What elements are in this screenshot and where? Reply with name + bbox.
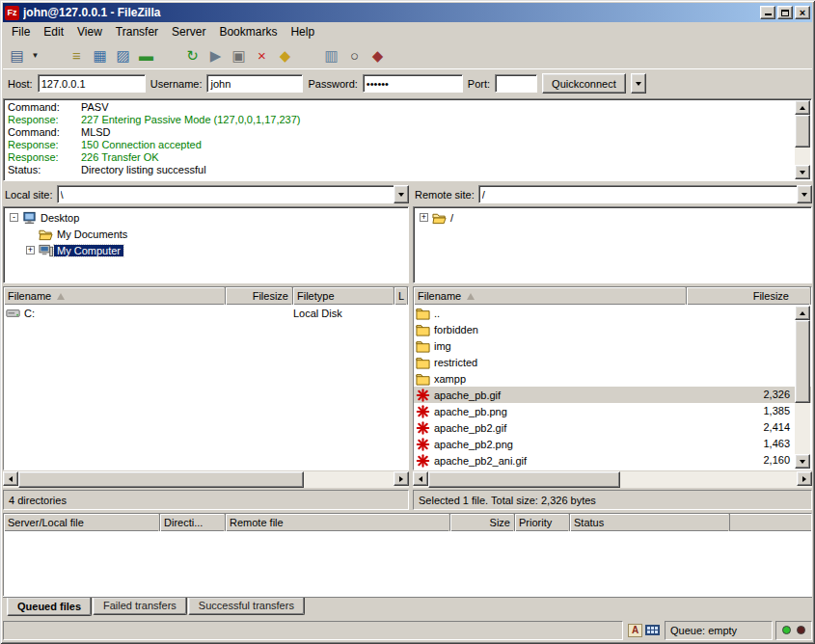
local-site-combo (57, 185, 409, 203)
local-site-input[interactable] (57, 185, 394, 203)
toggle-message-log-button[interactable]: ≡ (66, 45, 88, 67)
menu-item[interactable]: File (5, 23, 37, 41)
queue-body[interactable] (4, 531, 811, 596)
toolbar-separator[interactable] (297, 45, 319, 67)
remote-file-row[interactable]: restricted (414, 354, 811, 370)
toolbar-separator[interactable] (42, 45, 65, 67)
remote-file-row[interactable]: xampp (414, 370, 811, 387)
local-horizontal-scrollbar[interactable] (3, 471, 409, 488)
queue-tab[interactable]: Failed transfers (93, 598, 187, 615)
remote-file-row[interactable]: apache_pb.gif 2,326 (414, 387, 811, 403)
host-input[interactable] (38, 74, 146, 93)
window-controls: × (760, 6, 810, 19)
preview-button[interactable]: ▣ (228, 45, 250, 67)
titlebar[interactable]: Fz john@127.0.0.1 - FileZilla × (3, 3, 812, 22)
column-header[interactable]: Filesize (226, 287, 293, 305)
tree-expander-icon[interactable]: + (420, 213, 428, 222)
menu-item[interactable]: Help (284, 23, 321, 41)
column-header[interactable]: Filename (414, 287, 687, 305)
toggle-remote-tree-button[interactable]: ▨ (112, 45, 134, 67)
local-site-dropdown-button[interactable] (394, 185, 409, 203)
scrollbar-thumb[interactable] (18, 471, 304, 488)
tree-item[interactable]: + / (414, 209, 811, 226)
quickconnect-button[interactable]: Quickconnect (542, 73, 626, 94)
toolbar-separator[interactable] (158, 45, 180, 67)
menu-item[interactable]: Bookmarks (212, 23, 284, 41)
column-header[interactable]: Status (570, 514, 730, 531)
menu-item[interactable]: Edit (37, 23, 70, 41)
remote-list-scrollbar[interactable] (795, 306, 810, 469)
scroll-up-button[interactable] (795, 306, 810, 320)
site-manager-button[interactable]: ▤ (6, 45, 28, 67)
remote-site-input[interactable] (478, 185, 797, 203)
scrollbar-thumb[interactable] (428, 471, 620, 488)
compare-directories-button[interactable]: ▥ (320, 45, 342, 67)
process-queue-button[interactable]: ▶ (204, 45, 227, 67)
menu-item[interactable]: View (70, 23, 109, 41)
filezilla-window: Fz john@127.0.0.1 - FileZilla × File Edi… (0, 0, 815, 644)
queue-tab[interactable]: Queued files (7, 598, 92, 616)
scroll-left-button[interactable] (413, 471, 428, 486)
remote-file-row[interactable]: apache_pb2_ani.gif 2,160 (414, 452, 811, 469)
scroll-right-button[interactable] (394, 471, 409, 486)
transfer-type-indicator-icon[interactable]: A (628, 624, 642, 637)
port-input[interactable] (495, 74, 537, 93)
message-log: Command: PASV Response: 227 Entering Pas… (3, 98, 812, 181)
synchronized-browsing-button[interactable]: ◆ (367, 45, 389, 67)
column-header[interactable]: Remote file (226, 514, 450, 531)
tree-item[interactable]: My Documents (4, 226, 408, 242)
remote-site-dropdown-button[interactable] (797, 185, 812, 203)
menu-item[interactable]: Transfer (109, 23, 165, 41)
column-header[interactable]: Filesize (687, 287, 811, 305)
filter-button[interactable]: ◆ (274, 45, 296, 67)
column-header[interactable]: L (394, 287, 408, 305)
remote-file-row[interactable]: apache_pb.png 1,385 (414, 403, 811, 419)
scroll-down-button[interactable] (795, 454, 810, 469)
toggle-queue-button[interactable]: ▬ (135, 45, 157, 67)
remote-file-row[interactable]: forbidden (414, 321, 811, 337)
column-header[interactable]: Directi... (160, 514, 226, 531)
refresh-button[interactable]: ↻ (181, 45, 204, 67)
tree-item[interactable]: - Desktop (4, 209, 408, 226)
remote-horizontal-scrollbar[interactable] (413, 471, 812, 488)
toggle-local-tree-button[interactable]: ▦ (89, 45, 111, 67)
quickconnect-dropdown-button[interactable] (631, 73, 646, 94)
menu-item[interactable]: Server (165, 23, 212, 41)
keypad-icon[interactable] (645, 625, 660, 635)
scrollbar-thumb[interactable] (795, 320, 810, 403)
tree-item[interactable]: + My Computer (4, 242, 408, 258)
scroll-up-button[interactable] (795, 100, 810, 115)
remote-file-row[interactable]: apache_pb2.gif 2,414 (414, 419, 811, 436)
maximize-button[interactable] (777, 6, 793, 19)
column-header[interactable]: Priority (515, 514, 570, 531)
log-scrollbar[interactable] (795, 100, 810, 179)
minimize-icon (765, 13, 772, 15)
log-line: Response: 150 Connection accepted (8, 139, 792, 151)
column-header[interactable]: Size (450, 514, 515, 531)
find-files-button[interactable]: ○ (343, 45, 366, 67)
scrollbar-thumb[interactable] (795, 115, 810, 148)
tree-expander-icon[interactable]: - (10, 213, 18, 222)
maximize-icon (781, 10, 789, 16)
scroll-left-button[interactable] (3, 471, 18, 486)
remote-file-row[interactable]: .. (414, 305, 811, 321)
scroll-down-button[interactable] (795, 165, 810, 179)
password-input[interactable] (363, 74, 463, 93)
remote-file-row[interactable]: apache_pb2.png 1,463 (414, 436, 811, 452)
username-input[interactable] (206, 74, 303, 93)
scroll-right-button[interactable] (797, 471, 812, 486)
abort-button[interactable]: × (251, 45, 273, 67)
close-button[interactable]: × (795, 6, 810, 19)
minimize-button[interactable] (760, 6, 775, 19)
remote-file-row[interactable]: img (414, 337, 811, 354)
column-header[interactable]: Filename (4, 287, 226, 305)
column-header[interactable]: Server/Local file (4, 514, 160, 531)
local-file-row[interactable]: C: Local Disk (4, 305, 408, 321)
tree-expander-icon[interactable]: + (26, 246, 35, 255)
remote-file-rows: .. forbidden (414, 305, 811, 469)
column-header[interactable]: Filetype (293, 287, 394, 305)
queue-tab[interactable]: Successful transfers (188, 598, 305, 615)
remote-directory-tree: + / (413, 206, 812, 283)
site-manager-dropdown-button[interactable]: ▼ (29, 45, 41, 67)
computer-icon (39, 244, 53, 257)
